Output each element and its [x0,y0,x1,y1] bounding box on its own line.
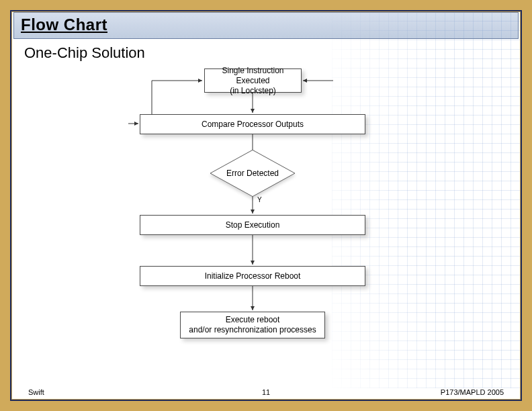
decision-yes-label: Y [257,196,262,203]
page-title: Flow Chart [21,15,511,34]
slide-footer: Swift 11 P173/MAPLD 2005 [12,388,520,396]
flow-decision-label: Error Detected [195,154,310,192]
subtitle: One-Chip Solution [24,44,520,62]
flow-step-execute-reboot: Execute reboot and/or resynchronization … [180,312,325,338]
flow-step-reboot-init-label: Initialize Processor Reboot [205,271,301,281]
flow-step-reboot-init: Initialize Processor Reboot [140,266,365,286]
flow-step-instruction-line2: (in Lockstep) [209,86,297,96]
flow-step-compare-label: Compare Processor Outputs [202,120,304,130]
flow-step-stop: Stop Execution [140,215,365,235]
flow-step-instruction: Single Instruction Executed (in Lockstep… [204,68,302,93]
flow-step-compare: Compare Processor Outputs [140,114,365,134]
flowchart: Y Single Instruction Executed (in Lockst… [91,64,441,364]
flow-step-stop-label: Stop Execution [226,220,280,230]
flow-step-instruction-line1: Single Instruction Executed [209,66,297,86]
flow-decision-error: Error Detected [195,154,310,192]
title-bar: Flow Chart [13,12,519,39]
flow-step-execute-line1: Execute reboot [189,315,316,325]
flow-step-execute-line2: and/or resynchronization processes [189,325,316,335]
slide-content: Flow Chart One-Chip Solution [12,12,520,399]
footer-page-number: 11 [12,388,520,396]
